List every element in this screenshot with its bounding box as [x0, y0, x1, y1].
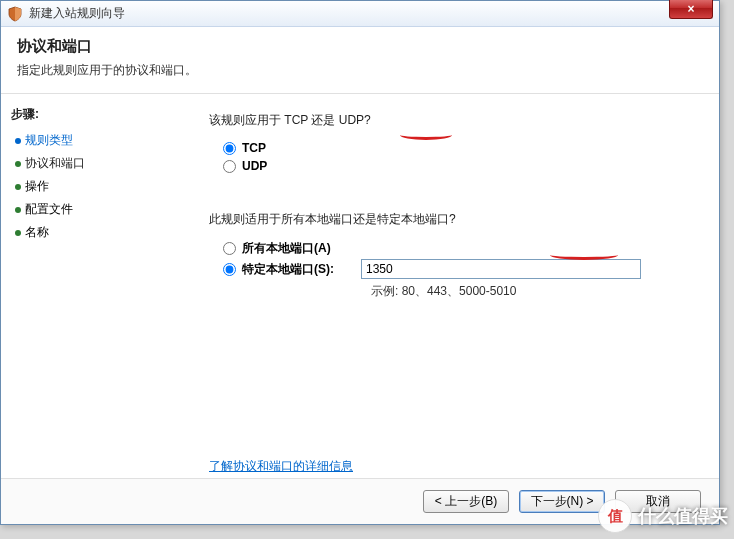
port-all-row[interactable]: 所有本地端口(A)	[209, 238, 695, 259]
step-label: 规则类型	[25, 132, 73, 149]
page-header: 协议和端口 指定此规则应用于的协议和端口。	[1, 27, 719, 94]
port-question: 此规则适用于所有本地端口还是特定本地端口?	[209, 211, 695, 228]
bullet-icon	[15, 207, 21, 213]
window-title: 新建入站规则向导	[29, 5, 125, 22]
port-specific-radio[interactable]	[223, 263, 236, 276]
port-example: 示例: 80、443、5000-5010	[209, 283, 695, 300]
step-label: 协议和端口	[25, 155, 85, 172]
page-title: 协议和端口	[17, 37, 703, 56]
protocol-udp-radio[interactable]	[223, 160, 236, 173]
next-button[interactable]: 下一步(N) >	[519, 490, 605, 513]
bullet-icon	[15, 184, 21, 190]
protocol-tcp-radio[interactable]	[223, 142, 236, 155]
bullet-icon	[15, 138, 21, 144]
protocol-tcp-row[interactable]: TCP	[209, 139, 695, 157]
bullet-icon	[15, 161, 21, 167]
step-label: 操作	[25, 178, 49, 195]
footer-bar: < 上一步(B) 下一步(N) > 取消	[1, 478, 719, 524]
step-label: 配置文件	[25, 201, 73, 218]
learn-more-link[interactable]: 了解协议和端口的详细信息	[209, 458, 353, 475]
port-specific-label[interactable]: 特定本地端口(S):	[242, 261, 334, 278]
port-specific-row[interactable]: 特定本地端口(S):	[209, 259, 695, 279]
cancel-button[interactable]: 取消	[615, 490, 701, 513]
protocol-tcp-label[interactable]: TCP	[242, 141, 266, 155]
steps-heading: 步骤:	[11, 106, 171, 123]
title-bar: 新建入站规则向导 ×	[1, 1, 719, 27]
protocol-udp-row[interactable]: UDP	[209, 157, 695, 175]
page-subtitle: 指定此规则应用于的协议和端口。	[17, 62, 703, 79]
step-item[interactable]: 规则类型	[11, 129, 171, 152]
step-item[interactable]: 配置文件	[11, 198, 171, 221]
port-all-radio[interactable]	[223, 242, 236, 255]
step-item[interactable]: 名称	[11, 221, 171, 244]
step-item[interactable]: 协议和端口	[11, 152, 171, 175]
step-label: 名称	[25, 224, 49, 241]
bullet-icon	[15, 230, 21, 236]
shield-icon	[7, 6, 23, 22]
port-input[interactable]	[361, 259, 641, 279]
protocol-udp-label[interactable]: UDP	[242, 159, 267, 173]
port-all-label[interactable]: 所有本地端口(A)	[242, 240, 331, 257]
content-pane: 该规则应用于 TCP 还是 UDP? TCP UDP 此规则适用于所有本地端口还…	[181, 94, 719, 483]
steps-sidebar: 步骤: 规则类型协议和端口操作配置文件名称	[1, 94, 181, 483]
wizard-window: 新建入站规则向导 × 协议和端口 指定此规则应用于的协议和端口。 步骤: 规则类…	[0, 0, 720, 525]
close-button[interactable]: ×	[669, 0, 713, 19]
back-button[interactable]: < 上一步(B)	[423, 490, 509, 513]
protocol-question: 该规则应用于 TCP 还是 UDP?	[209, 112, 695, 129]
step-item[interactable]: 操作	[11, 175, 171, 198]
close-icon: ×	[687, 2, 694, 16]
